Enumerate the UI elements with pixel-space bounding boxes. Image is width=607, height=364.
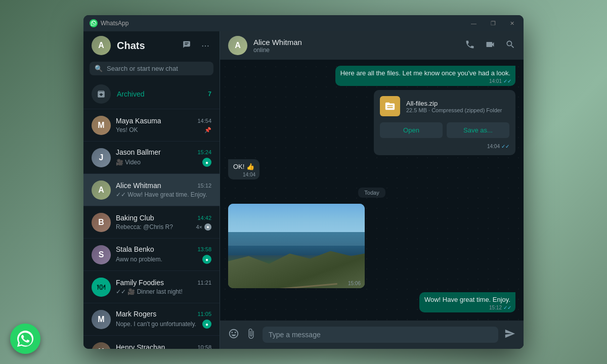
- unread-badge: ●: [202, 320, 211, 329]
- save-as-button[interactable]: Save as...: [447, 122, 509, 138]
- message-time: 14:01 ✓✓: [489, 78, 511, 84]
- whatsapp-fab[interactable]: [10, 324, 40, 354]
- chat-name: Maya Kasuma: [116, 117, 161, 125]
- chat-info-mark: Mark Rogers 11:05 Nope. I can't go unfor…: [116, 310, 211, 329]
- search-input[interactable]: [107, 65, 208, 72]
- open-file-button[interactable]: Open: [380, 122, 443, 138]
- muted-count: 4×: [196, 224, 202, 230]
- chat-item-henry[interactable]: H Henry Strachan 10:58 typing...: [83, 336, 220, 349]
- archived-count: 7: [208, 90, 211, 98]
- chat-info-henry: Henry Strachan 10:58 typing...: [116, 343, 211, 349]
- contact-avatar[interactable]: A: [228, 36, 247, 55]
- archived-row[interactable]: Archived 7: [83, 79, 220, 109]
- message-out-2: Wow! Have great time. Enjoy. 15:12 ✓✓: [419, 292, 515, 312]
- chat-info-maya: Maya Kasuma 14:54 Yes! OK 📌: [116, 117, 211, 133]
- titlebar-title: WhatsApp: [101, 20, 128, 27]
- file-actions: Open Save as...: [380, 122, 509, 138]
- maximize-button[interactable]: ❐: [488, 19, 499, 28]
- app-logo: [90, 19, 98, 27]
- message-out-1: Here are all the files. Let me know once…: [335, 66, 515, 86]
- file-info: All-files.zip 22.5 MB · Compressed (zipp…: [406, 100, 502, 113]
- chat-item-jason[interactable]: J Jason Ballmer 15:24 🎥 Video ●: [83, 142, 220, 174]
- message-text: Wow! Have great time. Enjoy.: [424, 296, 510, 303]
- chat-time: 10:58: [197, 344, 211, 349]
- chat-info-stala: Stala Benko 13:58 Aww no problem. ●: [116, 245, 211, 264]
- avatar-jason: J: [92, 148, 111, 167]
- chat-header: A Alice Whitman online: [220, 31, 524, 60]
- chat-main: A Alice Whitman online: [220, 31, 524, 349]
- message-time: 15:06: [348, 281, 361, 286]
- avatar-maya: M: [92, 116, 111, 135]
- chat-name: Henry Strachan: [116, 343, 165, 349]
- search-bar: 🔍: [83, 60, 220, 79]
- close-button[interactable]: ✕: [507, 19, 517, 28]
- chat-time: 14:42: [197, 215, 211, 221]
- chat-name: Family Foodies: [116, 279, 164, 287]
- app-window: WhatsApp — ❐ ✕ A Chats: [83, 15, 524, 349]
- search-chat-icon[interactable]: [505, 39, 515, 52]
- chat-item-maya[interactable]: M Maya Kasuma 14:54 Yes! OK 📌: [83, 109, 220, 142]
- message-in-ok: OK! 👍 14:04: [228, 159, 259, 179]
- chat-name: Mark Rogers: [116, 310, 156, 318]
- chat-preview: 🎥 Video: [116, 159, 202, 166]
- chat-time: 15:12: [197, 183, 211, 189]
- chat-name: Jason Ballmer: [116, 148, 161, 156]
- voice-call-icon[interactable]: [465, 39, 475, 52]
- titlebar: WhatsApp — ❐ ✕: [83, 15, 524, 31]
- search-input-wrap: 🔍: [90, 62, 213, 75]
- avatar-alice: A: [92, 180, 111, 200]
- sidebar-header: A Chats ⋯: [83, 31, 220, 60]
- contact-name: Alice Whitman: [253, 38, 459, 47]
- user-avatar[interactable]: A: [92, 36, 111, 55]
- more-options-icon[interactable]: ⋯: [199, 39, 211, 53]
- chat-preview: Yes! OK: [116, 126, 204, 133]
- chat-name: Stala Benko: [116, 245, 154, 253]
- chat-info-baking: Baking Club 14:42 Rebecca: @Chris R? 4× …: [116, 214, 211, 231]
- chat-preview: Rebecca: @Chris R?: [116, 223, 196, 231]
- chat-name: Baking Club: [116, 214, 154, 222]
- attachment-icon[interactable]: [245, 328, 256, 342]
- chat-preview: Aww no problem.: [116, 256, 202, 263]
- ticks: ✓✓: [503, 305, 511, 310]
- chat-item-baking[interactable]: B Baking Club 14:42 Rebecca: @Chris R? 4…: [83, 206, 220, 239]
- avatar-mark: M: [92, 310, 111, 329]
- app-body: A Chats ⋯ 🔍: [83, 31, 524, 349]
- chat-item-family[interactable]: 🍽 Family Foodies 11:21 ✓✓ 🎥 Dinner last …: [83, 271, 220, 303]
- image-message: So beautiful here! 15:06 ❤️: [228, 204, 365, 288]
- chat-preview: ✓✓ Wow! Have great time. Enjoy.: [116, 191, 211, 198]
- chat-preview: ✓✓ 🎥 Dinner last night!: [116, 288, 211, 295]
- ticks: ✓✓: [501, 144, 509, 149]
- chat-item-stala[interactable]: S Stala Benko 13:58 Aww no problem. ●: [83, 239, 220, 271]
- chat-list: Archived 7 M Maya Kasuma 14:54 Yes! OK: [83, 79, 220, 349]
- new-chat-icon[interactable]: [180, 38, 193, 53]
- messages-area: Here are all the files. Let me know once…: [220, 60, 524, 321]
- contact-status: online: [253, 47, 459, 54]
- window-controls: — ❐ ✕: [468, 19, 517, 28]
- sidebar-header-left: A Chats: [92, 36, 145, 55]
- file-name: All-files.zip: [406, 100, 502, 107]
- send-button[interactable]: [504, 328, 515, 342]
- chat-info-jason: Jason Ballmer 15:24 🎥 Video ●: [116, 148, 211, 167]
- chat-time: 11:05: [197, 311, 211, 317]
- date-divider: Today: [358, 188, 385, 198]
- archive-icon: [92, 84, 111, 104]
- chats-title: Chats: [117, 40, 145, 52]
- emoji-icon[interactable]: [228, 328, 239, 342]
- file-message: All-files.zip 22.5 MB · Compressed (zipp…: [374, 90, 515, 155]
- titlebar-left: WhatsApp: [90, 19, 468, 27]
- chat-info-alice: Alice Whitman 15:12 ✓✓ Wow! Have great t…: [116, 181, 211, 198]
- file-header: All-files.zip 22.5 MB · Compressed (zipp…: [380, 96, 509, 116]
- minimize-button[interactable]: —: [468, 19, 480, 27]
- chat-time: 11:21: [197, 280, 211, 286]
- message-input[interactable]: [263, 327, 498, 343]
- search-icon: 🔍: [95, 65, 103, 72]
- chat-item-alice[interactable]: A Alice Whitman 15:12 ✓✓ Wow! Have great…: [83, 174, 220, 206]
- video-call-icon[interactable]: [485, 39, 495, 52]
- chat-time: 13:58: [197, 246, 211, 252]
- avatar-baking: B: [92, 213, 111, 232]
- message-text: Here are all the files. Let me know once…: [340, 69, 510, 77]
- sidebar-header-icons: ⋯: [180, 38, 211, 53]
- unread-badge: ●: [202, 158, 211, 167]
- chat-time: 14:54: [197, 118, 211, 124]
- chat-item-mark[interactable]: M Mark Rogers 11:05 Nope. I can't go unf…: [83, 303, 220, 336]
